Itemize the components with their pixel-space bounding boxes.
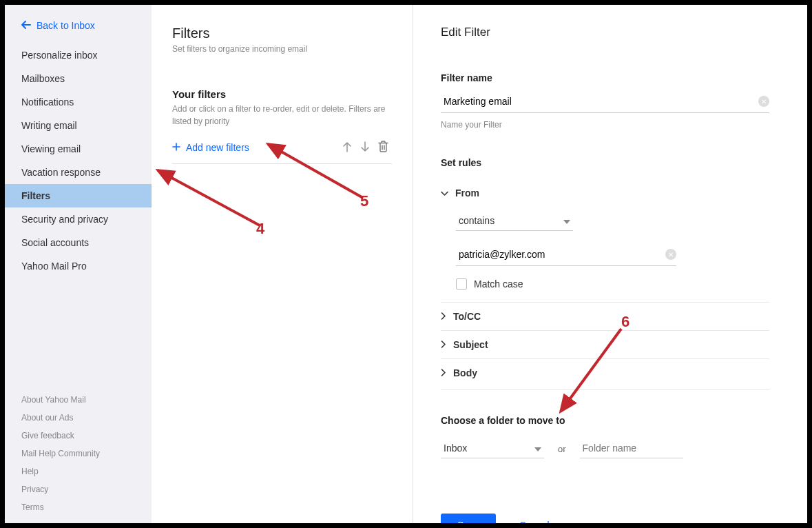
set-rules-label: Set rules <box>441 157 769 168</box>
chevron-right-icon <box>441 339 446 350</box>
rule-section-tocc[interactable]: To/CC <box>441 302 769 330</box>
rule-section-subject[interactable]: Subject <box>441 330 769 358</box>
clear-filter-name-button[interactable]: ✕ <box>758 96 769 107</box>
footer-link-mail-help-community[interactable]: Mail Help Community <box>21 445 135 463</box>
rule-body-label: Body <box>453 367 477 378</box>
clear-from-value-button[interactable]: ✕ <box>665 249 676 260</box>
chevron-right-icon <box>441 367 446 378</box>
chevron-down-icon <box>441 187 448 199</box>
sidebar-item-yahoo-mail-pro[interactable]: Yahoo Mail Pro <box>5 254 152 278</box>
new-folder-name-input[interactable] <box>580 438 683 458</box>
rule-section-body[interactable]: Body <box>441 358 769 387</box>
close-icon: ✕ <box>761 98 767 105</box>
move-up-button[interactable] <box>338 140 356 155</box>
footer-link-about-yahoo-mail[interactable]: About Yahoo Mail <box>21 391 135 409</box>
back-to-inbox-link[interactable]: Back to Inbox <box>5 20 152 43</box>
from-condition-select[interactable]: contains <box>456 211 573 231</box>
rule-from-label: From <box>455 187 479 199</box>
edit-filter-panel: Edit Filter Filter name ✕ Name your Filt… <box>413 5 807 523</box>
your-filters-desc: Add or click on a filter to re-order, ed… <box>172 103 392 128</box>
sidebar-item-filters[interactable]: Filters <box>5 184 152 207</box>
sidebar-item-writing-email[interactable]: Writing email <box>5 114 152 137</box>
cancel-button[interactable]: Cancel <box>519 520 550 523</box>
chevron-right-icon <box>441 311 446 322</box>
filters-list-panel: Filters Set filters to organize incoming… <box>152 5 413 523</box>
delete-filter-button[interactable] <box>374 140 392 155</box>
edit-filter-title: Edit Filter <box>441 26 769 39</box>
sidebar-item-vacation-response[interactable]: Vacation response <box>5 161 152 184</box>
arrow-left-icon <box>21 20 31 31</box>
sidebar-item-social-accounts[interactable]: Social accounts <box>5 231 152 254</box>
sidebar-item-mailboxes[interactable]: Mailboxes <box>5 67 152 90</box>
filter-name-label: Filter name <box>441 72 769 83</box>
settings-sidebar: Back to Inbox Personalize inbox Mailboxe… <box>5 5 152 523</box>
trash-icon <box>378 141 388 154</box>
sidebar-item-security-privacy[interactable]: Security and privacy <box>5 207 152 231</box>
footer-link-about-ads[interactable]: About our Ads <box>21 409 135 427</box>
sidebar-item-notifications[interactable]: Notifications <box>5 90 152 114</box>
move-down-button[interactable] <box>356 140 374 155</box>
match-case-label: Match case <box>474 278 523 290</box>
filters-subtitle: Set filters to organize incoming email <box>172 44 392 54</box>
from-value-input[interactable] <box>456 243 665 265</box>
or-label: or <box>558 444 566 458</box>
destination-folder-select[interactable]: Inbox <box>441 438 544 458</box>
back-to-inbox-label: Back to Inbox <box>37 20 95 31</box>
footer-link-terms[interactable]: Terms <box>21 498 135 516</box>
rule-tocc-label: To/CC <box>453 311 481 322</box>
choose-folder-label: Choose a folder to move to <box>441 415 769 426</box>
caret-down-icon <box>563 215 570 226</box>
filter-name-helper: Name your Filter <box>441 120 769 130</box>
from-condition-value: contains <box>459 215 563 226</box>
caret-down-icon <box>534 443 541 454</box>
sidebar-item-viewing-email[interactable]: Viewing email <box>5 137 152 161</box>
rule-section-from[interactable]: From <box>441 179 769 207</box>
save-button[interactable]: Save <box>441 514 496 523</box>
add-new-filters-label: Add new filters <box>186 142 249 153</box>
footer-link-help[interactable]: Help <box>21 463 135 480</box>
arrow-down-icon <box>360 141 370 154</box>
add-new-filters-button[interactable]: Add new filters <box>172 142 249 153</box>
close-icon: ✕ <box>668 251 674 258</box>
your-filters-heading: Your filters <box>172 88 392 100</box>
rule-subject-label: Subject <box>453 339 488 350</box>
match-case-checkbox[interactable] <box>456 278 467 290</box>
filters-title: Filters <box>172 26 392 41</box>
arrow-up-icon <box>342 141 352 154</box>
sidebar-item-personalize-inbox[interactable]: Personalize inbox <box>5 43 152 67</box>
destination-folder-value: Inbox <box>444 443 534 454</box>
footer-link-give-feedback[interactable]: Give feedback <box>21 427 135 445</box>
footer-link-privacy[interactable]: Privacy <box>21 480 135 498</box>
plus-icon <box>172 142 180 153</box>
filter-name-input[interactable] <box>441 90 758 112</box>
